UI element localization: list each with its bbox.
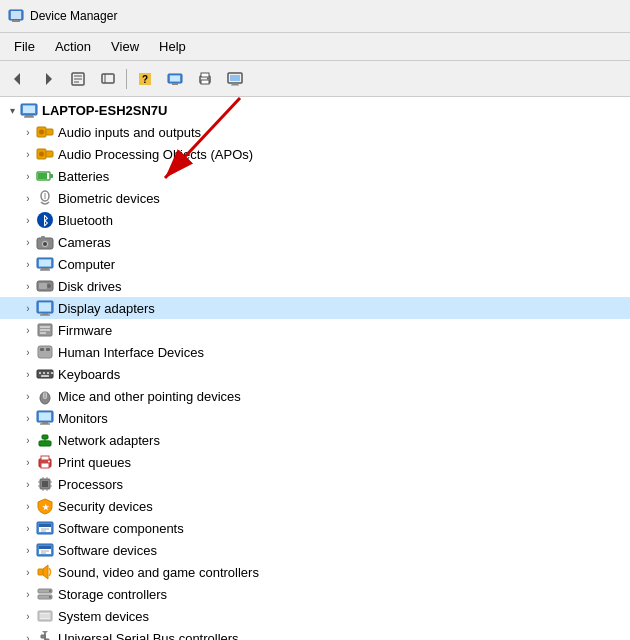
tree-item-audio-proc[interactable]: › Audio Processing Objects (APOs)	[0, 143, 630, 165]
properties-button[interactable]	[64, 65, 92, 93]
label-biometric: Biometric devices	[58, 191, 160, 206]
svg-rect-68	[51, 372, 53, 374]
svg-rect-107	[38, 569, 43, 575]
tree-item-sound[interactable]: › Sound, video and game controllers	[0, 561, 630, 583]
label-monitors: Monitors	[58, 411, 108, 426]
svg-rect-17	[201, 73, 209, 77]
label-disk: Disk drives	[58, 279, 122, 294]
tree-item-storage[interactable]: › Storage controllers	[0, 583, 630, 605]
tree-item-biometric[interactable]: › Biometric devices	[0, 187, 630, 209]
expand-arrow: ›	[20, 322, 36, 338]
svg-rect-54	[39, 303, 51, 312]
menu-item-view[interactable]: View	[101, 35, 149, 58]
svg-rect-51	[39, 283, 47, 289]
expand-arrow: ›	[20, 542, 36, 558]
svg-rect-58	[40, 326, 50, 328]
tree-root-item[interactable]: ▾ LAPTOP-ESH2SN7U	[0, 99, 630, 121]
svg-point-33	[39, 152, 44, 157]
svg-rect-84	[41, 463, 49, 468]
menu-item-action[interactable]: Action	[45, 35, 101, 58]
tree-item-disk[interactable]: › Disk drives	[0, 275, 630, 297]
svg-rect-37	[38, 173, 47, 179]
svg-text:?: ?	[142, 74, 148, 85]
label-bluetooth: Bluetooth	[58, 213, 113, 228]
label-audio-io: Audio inputs and outputs	[58, 125, 201, 140]
tree-item-security[interactable]: › ★ Security devices	[0, 495, 630, 517]
title-bar-text: Device Manager	[30, 9, 117, 23]
tree-item-audio-io[interactable]: › Audio inputs and outputs	[0, 121, 630, 143]
label-keyboards: Keyboards	[58, 367, 120, 382]
menu-bar: File Action View Help	[0, 33, 630, 61]
update-button[interactable]	[94, 65, 122, 93]
svg-rect-59	[40, 329, 50, 331]
svg-rect-21	[230, 75, 240, 81]
monitor-button[interactable]	[221, 65, 249, 93]
tree-item-batteries[interactable]: › Batteries	[0, 165, 630, 187]
svg-point-44	[43, 242, 47, 246]
label-network: Network adapters	[58, 433, 160, 448]
svg-text:★: ★	[42, 503, 50, 512]
root-label: LAPTOP-ESH2SN7U	[42, 103, 167, 118]
scan-button[interactable]	[161, 65, 189, 93]
svg-rect-74	[39, 413, 51, 421]
svg-rect-60	[40, 332, 46, 334]
label-storage: Storage controllers	[58, 587, 167, 602]
svg-rect-66	[43, 372, 45, 374]
icon-software	[36, 519, 54, 537]
svg-marker-108	[43, 565, 48, 579]
tree-item-mice[interactable]: › Mice and other pointing devices	[0, 385, 630, 407]
expand-arrow: ›	[20, 388, 36, 404]
label-software-dev: Software devices	[58, 543, 157, 558]
svg-rect-67	[47, 372, 49, 374]
svg-rect-114	[40, 613, 50, 619]
tree-item-cameras[interactable]: › Cameras	[0, 231, 630, 253]
tree-item-display[interactable]: › Display adapters	[0, 297, 630, 319]
svg-marker-120	[42, 631, 48, 634]
tree-item-software-comp[interactable]: › Software components	[0, 517, 630, 539]
label-firmware: Firmware	[58, 323, 112, 338]
tree-item-bluetooth[interactable]: › ᛒ Bluetooth	[0, 209, 630, 231]
tree-item-computer[interactable]: › Computer	[0, 253, 630, 275]
expand-arrow: ›	[20, 146, 36, 162]
label-system: System devices	[58, 609, 149, 624]
icon-hid	[36, 343, 54, 361]
svg-rect-61	[38, 346, 52, 358]
tree-item-processors[interactable]: › Processors	[0, 473, 630, 495]
svg-rect-26	[23, 106, 35, 114]
expand-arrow: ›	[20, 212, 36, 228]
expand-arrow: ›	[20, 476, 36, 492]
tree-item-print[interactable]: › Print queues	[0, 451, 630, 473]
expand-arrow: ›	[20, 608, 36, 624]
tree-item-monitors[interactable]: › Monitors	[0, 407, 630, 429]
tree-item-usb[interactable]: › Universal Serial Bus controllers	[0, 627, 630, 640]
expand-arrow: ›	[20, 300, 36, 316]
tree-item-network[interactable]: › Network adapters	[0, 429, 630, 451]
expand-arrow: ›	[20, 278, 36, 294]
icon-audio	[36, 123, 54, 141]
svg-rect-9	[102, 74, 114, 83]
forward-button[interactable]	[34, 65, 62, 93]
icon-software	[36, 541, 54, 559]
tree-item-software-dev[interactable]: › Software devices	[0, 539, 630, 561]
tree-item-firmware[interactable]: › Firmware	[0, 319, 630, 341]
root-expand-arrow: ▾	[4, 102, 20, 118]
expand-arrow: ›	[20, 344, 36, 360]
icon-print	[36, 453, 54, 471]
tree-item-hid[interactable]: › Human Interface Devices	[0, 341, 630, 363]
label-hid: Human Interface Devices	[58, 345, 204, 360]
svg-rect-83	[41, 456, 49, 460]
svg-rect-77	[39, 441, 51, 446]
label-usb: Universal Serial Bus controllers	[58, 631, 239, 641]
icon-sound	[36, 563, 54, 581]
tree-items-container: › Audio inputs and outputs› Audio Proces…	[0, 121, 630, 640]
print-button[interactable]	[191, 65, 219, 93]
back-button[interactable]	[4, 65, 32, 93]
menu-item-help[interactable]: Help	[149, 35, 196, 58]
expand-arrow: ›	[20, 234, 36, 250]
help-button[interactable]: ?	[131, 65, 159, 93]
svg-rect-78	[42, 435, 48, 439]
tree-item-keyboards[interactable]: › Keyboards	[0, 363, 630, 385]
svg-rect-118	[41, 635, 45, 638]
tree-item-system[interactable]: › System devices	[0, 605, 630, 627]
menu-item-file[interactable]: File	[4, 35, 45, 58]
